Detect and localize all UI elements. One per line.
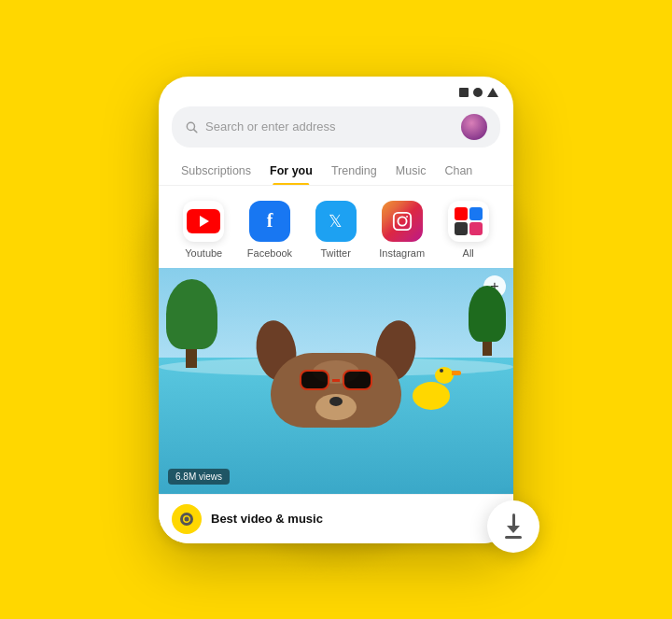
bottom-bar: Best video & music [159, 494, 513, 543]
tree-right [469, 286, 506, 356]
status-circle-icon [473, 88, 483, 97]
youtube-icon [183, 201, 224, 242]
platform-facebook[interactable]: f Facebook [247, 201, 292, 259]
search-bar-container: Search or enter address [159, 103, 513, 157]
tabs-container: Subscriptions For you Trending Music Cha… [159, 157, 513, 186]
platform-instagram[interactable]: Instagram [379, 201, 425, 259]
twitter-icon: 𝕏 [315, 201, 357, 242]
tab-channels[interactable]: Chan [435, 157, 482, 185]
platform-twitter[interactable]: 𝕏 Twitter [315, 201, 357, 259]
status-square-icon [459, 88, 469, 97]
svg-line-1 [194, 129, 197, 132]
dog-snout [315, 394, 357, 420]
tree-left [166, 279, 217, 368]
tab-for-you[interactable]: For you [260, 157, 322, 185]
app-logo [172, 504, 202, 534]
phone-wrapper: Search or enter address Subscriptions Fo… [159, 77, 513, 543]
youtube-label: Youtube [185, 247, 222, 259]
svg-point-4 [406, 216, 408, 218]
all-platforms-icon [448, 201, 489, 242]
tab-music[interactable]: Music [386, 157, 436, 185]
dog-face [271, 353, 401, 428]
bottom-title: Best video & music [211, 512, 500, 526]
download-icon [505, 513, 522, 539]
platforms-row: Youtube f Facebook 𝕏 Twitter [159, 186, 513, 268]
svg-point-3 [398, 217, 406, 225]
sunglasses [300, 370, 372, 390]
search-icon [185, 120, 198, 134]
tab-subscriptions[interactable]: Subscriptions [172, 157, 260, 185]
status-wifi-icon [487, 88, 498, 97]
avatar[interactable] [461, 114, 487, 140]
phone: Search or enter address Subscriptions Fo… [159, 77, 513, 543]
search-bar[interactable]: Search or enter address [172, 106, 500, 148]
dog [252, 316, 420, 437]
all-label: All [463, 247, 474, 259]
facebook-label: Facebook [247, 247, 292, 259]
instagram-label: Instagram [379, 247, 425, 259]
views-badge: 6.8M views [168, 469, 230, 485]
svg-rect-2 [394, 212, 411, 229]
platform-youtube[interactable]: Youtube [183, 201, 224, 259]
status-bar [159, 77, 513, 103]
download-button[interactable] [487, 500, 539, 553]
tab-trending[interactable]: Trending [322, 157, 386, 185]
facebook-icon: f [249, 201, 290, 242]
instagram-icon [382, 201, 423, 242]
video-thumbnail: + 6.8M views [159, 268, 513, 494]
logo-icon [180, 513, 193, 526]
video-container: + 6.8M views [159, 268, 513, 494]
avatar-image [461, 114, 487, 140]
twitter-label: Twitter [320, 247, 350, 259]
search-placeholder: Search or enter address [205, 120, 454, 134]
platform-all[interactable]: All [448, 201, 489, 259]
